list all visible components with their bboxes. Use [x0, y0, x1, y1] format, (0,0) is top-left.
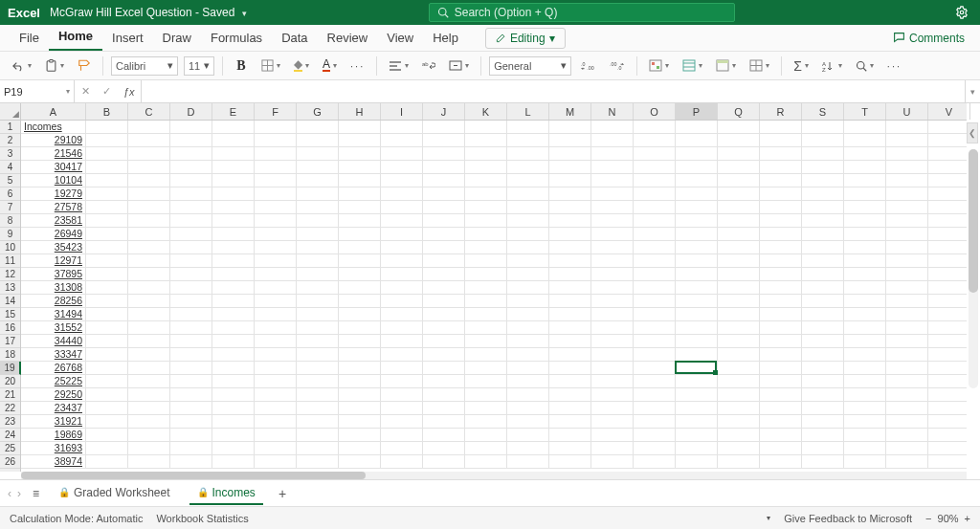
cell[interactable]: [802, 268, 844, 281]
sheet-prev-icon[interactable]: ‹: [8, 487, 11, 500]
cell[interactable]: [844, 388, 886, 402]
cell[interactable]: 23581: [21, 214, 86, 228]
decrease-decimal-button[interactable]: .0.00: [577, 55, 600, 77]
cell[interactable]: [634, 187, 676, 201]
cell[interactable]: [928, 402, 967, 415]
cell[interactable]: [844, 321, 886, 335]
cell[interactable]: [718, 281, 760, 295]
increase-decimal-button[interactable]: .00.0: [606, 55, 629, 77]
cell[interactable]: [591, 161, 634, 174]
cell[interactable]: [423, 254, 465, 268]
cell[interactable]: [381, 241, 423, 254]
cell[interactable]: [170, 335, 212, 348]
row-header[interactable]: 9: [0, 228, 20, 241]
cell[interactable]: [339, 321, 381, 335]
cell[interactable]: [718, 187, 760, 201]
cell[interactable]: [381, 308, 423, 321]
cell[interactable]: [844, 147, 886, 161]
cell[interactable]: [844, 174, 886, 187]
cell[interactable]: [507, 254, 549, 268]
cell[interactable]: [549, 254, 591, 268]
cell[interactable]: [928, 429, 967, 442]
cell[interactable]: [591, 187, 634, 201]
cell[interactable]: 34440: [21, 335, 86, 348]
cell[interactable]: [760, 268, 802, 281]
cell[interactable]: 10104: [21, 174, 86, 187]
cell[interactable]: [886, 268, 928, 281]
horizontal-scrollbar[interactable]: [21, 472, 967, 479]
row-header[interactable]: 12: [0, 268, 20, 281]
row-header[interactable]: 16: [0, 321, 20, 335]
cell[interactable]: [718, 375, 760, 388]
cell[interactable]: [212, 295, 255, 308]
cell[interactable]: [549, 161, 591, 174]
cell[interactable]: [549, 375, 591, 388]
cell[interactable]: [465, 442, 507, 455]
cell[interactable]: [844, 362, 886, 375]
cell[interactable]: [86, 281, 128, 295]
cell[interactable]: 29109: [21, 134, 86, 147]
cell[interactable]: [676, 415, 718, 429]
cell[interactable]: [86, 228, 128, 241]
cell[interactable]: [718, 321, 760, 335]
cell[interactable]: [886, 402, 928, 415]
cell[interactable]: [423, 121, 465, 134]
cell[interactable]: [886, 121, 928, 134]
cell[interactable]: [465, 429, 507, 442]
cell[interactable]: [549, 241, 591, 254]
cell[interactable]: [549, 121, 591, 134]
cell[interactable]: [760, 174, 802, 187]
cell[interactable]: [170, 308, 212, 321]
cell[interactable]: [255, 388, 297, 402]
row-header[interactable]: 15: [0, 308, 20, 321]
cell[interactable]: [718, 335, 760, 348]
column-header[interactable]: L: [507, 103, 549, 120]
cell[interactable]: [465, 281, 507, 295]
cell[interactable]: [718, 134, 760, 147]
cell[interactable]: [844, 402, 886, 415]
cell[interactable]: [128, 348, 170, 362]
cell[interactable]: [128, 174, 170, 187]
cell[interactable]: [802, 254, 844, 268]
row-header[interactable]: 26: [0, 455, 20, 469]
cell[interactable]: [634, 295, 676, 308]
cell[interactable]: [297, 429, 339, 442]
cell[interactable]: [634, 442, 676, 455]
column-header[interactable]: J: [423, 103, 465, 120]
cell[interactable]: [802, 187, 844, 201]
cell[interactable]: [212, 281, 255, 295]
cell[interactable]: [760, 295, 802, 308]
cell[interactable]: [760, 187, 802, 201]
cell[interactable]: [928, 174, 967, 187]
cell[interactable]: [465, 455, 507, 469]
cell[interactable]: [339, 455, 381, 469]
cell[interactable]: [381, 281, 423, 295]
cell[interactable]: [212, 388, 255, 402]
bold-button[interactable]: B: [231, 55, 252, 77]
row-header[interactable]: 14: [0, 295, 20, 308]
cell[interactable]: [928, 281, 967, 295]
cell[interactable]: [339, 362, 381, 375]
cell[interactable]: [634, 429, 676, 442]
column-header[interactable]: R: [760, 103, 802, 120]
cell[interactable]: [844, 228, 886, 241]
cell[interactable]: [718, 455, 760, 469]
cell[interactable]: [339, 228, 381, 241]
spreadsheet-grid[interactable]: ◢ ABCDEFGHIJKLMNOPQRSTUV 123456789101112…: [0, 103, 980, 479]
cell[interactable]: [507, 375, 549, 388]
cell[interactable]: [591, 321, 634, 335]
cell[interactable]: [170, 402, 212, 415]
cell[interactable]: [423, 362, 465, 375]
vertical-scrollbar[interactable]: [969, 149, 978, 388]
cell[interactable]: [928, 201, 967, 214]
cell[interactable]: [802, 161, 844, 174]
cell[interactable]: [339, 402, 381, 415]
cell[interactable]: [381, 455, 423, 469]
tab-insert[interactable]: Insert: [102, 26, 153, 51]
cell[interactable]: 19279: [21, 187, 86, 201]
cell[interactable]: [170, 388, 212, 402]
row-header[interactable]: 19: [0, 362, 21, 375]
undo-button[interactable]: ▾: [8, 55, 35, 77]
cell[interactable]: [507, 415, 549, 429]
cell[interactable]: [760, 254, 802, 268]
